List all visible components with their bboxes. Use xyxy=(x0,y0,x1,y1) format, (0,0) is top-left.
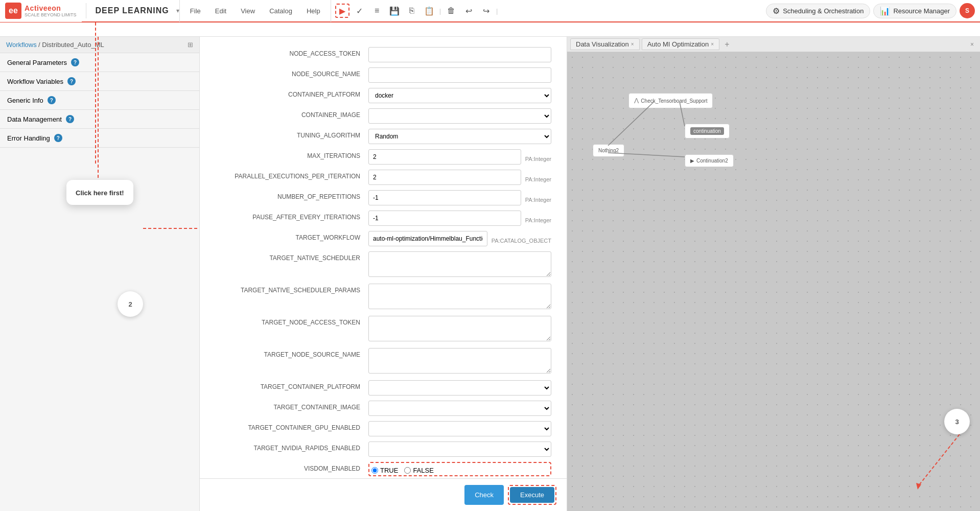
textarea-target-native-scheduler-params[interactable] xyxy=(368,284,551,309)
play-button[interactable]: ▶ xyxy=(335,4,349,18)
node-check-tensorboard[interactable]: Λ Check_Tensorboard_Support xyxy=(628,93,713,108)
sidebar-item-general-parameters[interactable]: General Parameters ? xyxy=(0,53,199,72)
user-avatar[interactable]: S xyxy=(960,3,975,18)
input-max-iterations[interactable] xyxy=(368,149,521,165)
grid-icon: ⊞ xyxy=(188,41,193,49)
step3-label: 3 xyxy=(955,418,959,426)
tutorial-tooltip: Click here first! xyxy=(66,180,133,205)
canvas-tabs: Data Visualization × Auto MI Optimizatio… xyxy=(567,37,980,52)
select-tuning-algorithm[interactable]: Random Grid Bayesian xyxy=(368,129,551,144)
field-max-iterations: MAX_ITERATIONS PA:Integer xyxy=(215,149,551,165)
form-panel: NODE_ACCESS_TOKEN NODE_SOURCE_NAME CONTA… xyxy=(199,37,567,511)
error-handling-label: Error Handling xyxy=(7,134,50,142)
step3-circle: 3 xyxy=(944,409,970,434)
sidebar-item-error-handling[interactable]: Error Handling ? xyxy=(0,129,199,148)
field-node-source-name: NODE_SOURCE_NAME xyxy=(215,67,551,83)
field-target-container-platform: TARGET_CONTAINER_PLATFORM docker xyxy=(215,380,551,396)
logo-icon: ee xyxy=(5,3,21,19)
label-target-container-gpu-enabled: TARGET_CONTAINER_GPU_ENABLED xyxy=(215,421,368,431)
node-nothing2-label: Nothing2 xyxy=(598,148,619,153)
select-container-platform[interactable]: docker podman singularity xyxy=(368,88,551,103)
canvas-connections xyxy=(567,52,980,511)
nav-catalog[interactable]: Catalog xyxy=(265,5,296,17)
nav-view[interactable]: View xyxy=(237,5,259,17)
sidebar-header: Workflows / Distributed_Auto_ML ⊞ xyxy=(0,37,199,53)
node-continuation2-label: Continuation2 xyxy=(696,158,728,164)
node-continuation2[interactable]: ▶ Continuation2 xyxy=(685,154,734,167)
undo-button[interactable]: ↩ xyxy=(461,4,476,18)
label-container-platform: CONTAINER_PLATFORM xyxy=(215,88,368,98)
form-bottom: Check Execute xyxy=(200,478,567,511)
tab-data-visualization-close[interactable]: × xyxy=(631,41,634,47)
canvas-area: Λ Check_Tensorboard_Support continuation… xyxy=(567,52,980,511)
visdom-enabled-true-radio[interactable] xyxy=(371,467,378,474)
nav-help[interactable]: Help xyxy=(302,5,324,17)
visdom-enabled-false-option[interactable]: FALSE xyxy=(404,467,433,474)
node-continuation[interactable]: continuation xyxy=(685,124,730,138)
tab-auto-mi-optimization[interactable]: Auto MI Optimization × xyxy=(642,38,720,50)
sidebar-item-generic-info[interactable]: Generic Info ? xyxy=(0,91,199,110)
visdom-enabled-false-radio[interactable] xyxy=(404,467,411,474)
delete-button[interactable]: 🗑 xyxy=(444,4,458,18)
label-target-native-scheduler-params: TARGET_NATIVE_SCHEDULER_PARAMS xyxy=(215,284,368,294)
canvas-add-tab[interactable]: + xyxy=(721,40,732,49)
check-button[interactable]: ✓ xyxy=(353,4,367,18)
step2-circle: 2 xyxy=(118,291,143,317)
node-nothing2[interactable]: Nothing2 xyxy=(593,144,624,157)
label-target-node-source-name: TARGET_NODE_SOURCE_NAME xyxy=(215,348,368,358)
data-management-label: Data Management xyxy=(7,115,62,123)
field-parallel-executions: PARALLEL_EXECUTIONS_PER_ITERATION PA:Int… xyxy=(215,170,551,185)
field-container-image: CONTAINER_IMAGE xyxy=(215,108,551,124)
resource-manager-link[interactable]: 📊 Resource Manager xyxy=(873,4,956,18)
suffix-number-repetitions: PA:Integer xyxy=(521,193,551,203)
scheduling-orchestration-link[interactable]: ⚙ Scheduling & Orchestration xyxy=(766,4,870,18)
breadcrumb-workflows[interactable]: Workflows xyxy=(6,41,37,49)
resource-icon: 📊 xyxy=(880,6,890,16)
execute-button[interactable]: Execute xyxy=(510,487,554,503)
input-parallel-executions[interactable] xyxy=(368,170,521,185)
field-target-node-access-token: TARGET_NODE_ACCESS_TOKEN xyxy=(215,316,551,343)
select-target-container-image[interactable] xyxy=(368,401,551,416)
input-pause-after-iterations[interactable] xyxy=(368,211,521,226)
check-workflow-button[interactable]: Check xyxy=(464,485,504,505)
tab-auto-mi-optimization-close[interactable]: × xyxy=(711,41,714,47)
field-target-container-image: TARGET_CONTAINER_IMAGE xyxy=(215,401,551,416)
nav-edit[interactable]: Edit xyxy=(211,5,230,17)
textarea-target-native-scheduler[interactable] xyxy=(368,251,551,277)
svg-marker-7 xyxy=(916,483,921,490)
continuation-badge: continuation xyxy=(690,127,724,135)
sidebar-item-data-management[interactable]: Data Management ? xyxy=(0,110,199,129)
field-target-native-scheduler-params: TARGET_NATIVE_SCHEDULER_PARAMS xyxy=(215,284,551,311)
input-number-repetitions[interactable] xyxy=(368,190,521,205)
save-button[interactable]: 💾 xyxy=(387,4,402,18)
field-target-workflow: TARGET_WORKFLOW PA:CATALOG_OBJECT xyxy=(215,231,551,246)
label-target-container-image: TARGET_CONTAINER_IMAGE xyxy=(215,401,368,411)
select-target-nvidia-rapids-enabled[interactable] xyxy=(368,442,551,457)
redo-button[interactable]: ↪ xyxy=(479,4,493,18)
tutorial-step1-text: Click here first! xyxy=(76,189,124,197)
suffix-target-workflow: PA:CATALOG_OBJECT xyxy=(487,234,551,244)
nav-file[interactable]: File xyxy=(186,5,205,17)
copy-button[interactable]: ⎘ xyxy=(405,4,419,18)
input-target-workflow[interactable] xyxy=(368,231,487,246)
textarea-target-node-source-name[interactable] xyxy=(368,348,551,374)
app-title: DEEP LEARNING xyxy=(90,6,174,15)
left-panel: Workflows / Distributed_Auto_ML ⊞ Genera… xyxy=(0,37,199,511)
paste-button[interactable]: 📋 xyxy=(422,4,436,18)
label-target-workflow: TARGET_WORKFLOW xyxy=(215,231,368,241)
tab-auto-mi-optimization-label: Auto MI Optimization xyxy=(647,40,709,48)
canvas-close-all[interactable]: × xyxy=(967,41,977,48)
label-tuning-algorithm: TUNING_ALGORITHM xyxy=(215,129,368,139)
visdom-enabled-true-option[interactable]: TRUE xyxy=(371,467,398,474)
brand-name: Activeeon xyxy=(25,4,77,12)
tab-data-visualization[interactable]: Data Visualization × xyxy=(570,38,640,50)
input-node-access-token[interactable] xyxy=(368,47,551,62)
label-number-repetitions: NUMBER_OF_REPETITIONS xyxy=(215,190,368,200)
textarea-target-node-access-token[interactable] xyxy=(368,316,551,341)
input-node-source-name[interactable] xyxy=(368,67,551,83)
select-target-container-platform[interactable]: docker xyxy=(368,380,551,396)
sidebar-item-workflow-variables[interactable]: Workflow Variables ? xyxy=(0,72,199,91)
select-target-container-gpu-enabled[interactable] xyxy=(368,421,551,436)
select-container-image[interactable] xyxy=(368,108,551,124)
list-button[interactable]: ≡ xyxy=(370,4,384,18)
